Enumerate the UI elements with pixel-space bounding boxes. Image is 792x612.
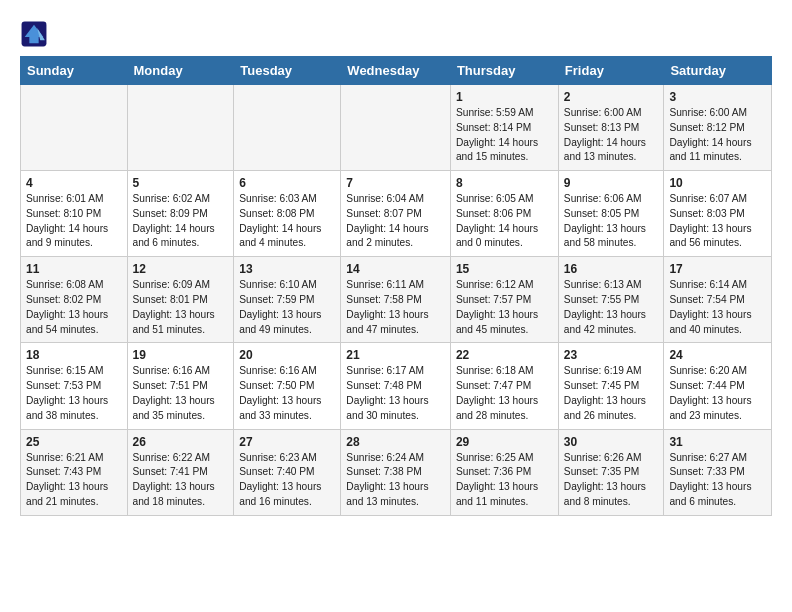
calendar-cell: 30Sunrise: 6:26 AM Sunset: 7:35 PM Dayli… bbox=[558, 429, 664, 515]
calendar-cell: 7Sunrise: 6:04 AM Sunset: 8:07 PM Daylig… bbox=[341, 171, 451, 257]
week-row-5: 25Sunrise: 6:21 AM Sunset: 7:43 PM Dayli… bbox=[21, 429, 772, 515]
calendar-cell: 21Sunrise: 6:17 AM Sunset: 7:48 PM Dayli… bbox=[341, 343, 451, 429]
calendar-cell: 5Sunrise: 6:02 AM Sunset: 8:09 PM Daylig… bbox=[127, 171, 234, 257]
week-row-3: 11Sunrise: 6:08 AM Sunset: 8:02 PM Dayli… bbox=[21, 257, 772, 343]
day-number: 18 bbox=[26, 348, 122, 362]
calendar-cell: 9Sunrise: 6:06 AM Sunset: 8:05 PM Daylig… bbox=[558, 171, 664, 257]
day-content: Sunrise: 6:17 AM Sunset: 7:48 PM Dayligh… bbox=[346, 364, 445, 423]
day-content: Sunrise: 6:12 AM Sunset: 7:57 PM Dayligh… bbox=[456, 278, 553, 337]
day-number: 5 bbox=[133, 176, 229, 190]
day-content: Sunrise: 6:19 AM Sunset: 7:45 PM Dayligh… bbox=[564, 364, 659, 423]
calendar-cell: 10Sunrise: 6:07 AM Sunset: 8:03 PM Dayli… bbox=[664, 171, 772, 257]
col-header-sunday: Sunday bbox=[21, 57, 128, 85]
day-number: 25 bbox=[26, 435, 122, 449]
calendar-cell: 1Sunrise: 5:59 AM Sunset: 8:14 PM Daylig… bbox=[450, 85, 558, 171]
calendar-cell: 19Sunrise: 6:16 AM Sunset: 7:51 PM Dayli… bbox=[127, 343, 234, 429]
day-content: Sunrise: 6:26 AM Sunset: 7:35 PM Dayligh… bbox=[564, 451, 659, 510]
calendar-cell: 17Sunrise: 6:14 AM Sunset: 7:54 PM Dayli… bbox=[664, 257, 772, 343]
col-header-monday: Monday bbox=[127, 57, 234, 85]
day-content: Sunrise: 6:16 AM Sunset: 7:50 PM Dayligh… bbox=[239, 364, 335, 423]
calendar-cell bbox=[341, 85, 451, 171]
calendar-cell: 27Sunrise: 6:23 AM Sunset: 7:40 PM Dayli… bbox=[234, 429, 341, 515]
day-number: 2 bbox=[564, 90, 659, 104]
calendar-table: SundayMondayTuesdayWednesdayThursdayFrid… bbox=[20, 56, 772, 516]
day-number: 8 bbox=[456, 176, 553, 190]
day-number: 1 bbox=[456, 90, 553, 104]
day-number: 29 bbox=[456, 435, 553, 449]
calendar-cell: 28Sunrise: 6:24 AM Sunset: 7:38 PM Dayli… bbox=[341, 429, 451, 515]
day-number: 14 bbox=[346, 262, 445, 276]
day-content: Sunrise: 6:13 AM Sunset: 7:55 PM Dayligh… bbox=[564, 278, 659, 337]
day-content: Sunrise: 6:23 AM Sunset: 7:40 PM Dayligh… bbox=[239, 451, 335, 510]
day-content: Sunrise: 6:25 AM Sunset: 7:36 PM Dayligh… bbox=[456, 451, 553, 510]
day-content: Sunrise: 6:18 AM Sunset: 7:47 PM Dayligh… bbox=[456, 364, 553, 423]
day-number: 12 bbox=[133, 262, 229, 276]
day-number: 17 bbox=[669, 262, 766, 276]
day-number: 4 bbox=[26, 176, 122, 190]
day-number: 23 bbox=[564, 348, 659, 362]
day-number: 7 bbox=[346, 176, 445, 190]
day-number: 26 bbox=[133, 435, 229, 449]
day-content: Sunrise: 6:21 AM Sunset: 7:43 PM Dayligh… bbox=[26, 451, 122, 510]
week-row-2: 4Sunrise: 6:01 AM Sunset: 8:10 PM Daylig… bbox=[21, 171, 772, 257]
week-row-4: 18Sunrise: 6:15 AM Sunset: 7:53 PM Dayli… bbox=[21, 343, 772, 429]
calendar-cell: 31Sunrise: 6:27 AM Sunset: 7:33 PM Dayli… bbox=[664, 429, 772, 515]
day-number: 9 bbox=[564, 176, 659, 190]
day-content: Sunrise: 6:15 AM Sunset: 7:53 PM Dayligh… bbox=[26, 364, 122, 423]
header bbox=[20, 16, 772, 48]
day-number: 30 bbox=[564, 435, 659, 449]
day-content: Sunrise: 6:00 AM Sunset: 8:13 PM Dayligh… bbox=[564, 106, 659, 165]
day-content: Sunrise: 6:14 AM Sunset: 7:54 PM Dayligh… bbox=[669, 278, 766, 337]
day-content: Sunrise: 6:27 AM Sunset: 7:33 PM Dayligh… bbox=[669, 451, 766, 510]
calendar-cell: 3Sunrise: 6:00 AM Sunset: 8:12 PM Daylig… bbox=[664, 85, 772, 171]
col-header-friday: Friday bbox=[558, 57, 664, 85]
general-blue-logo-icon bbox=[20, 20, 48, 48]
calendar-cell: 2Sunrise: 6:00 AM Sunset: 8:13 PM Daylig… bbox=[558, 85, 664, 171]
calendar-cell: 18Sunrise: 6:15 AM Sunset: 7:53 PM Dayli… bbox=[21, 343, 128, 429]
day-content: Sunrise: 6:16 AM Sunset: 7:51 PM Dayligh… bbox=[133, 364, 229, 423]
day-content: Sunrise: 6:07 AM Sunset: 8:03 PM Dayligh… bbox=[669, 192, 766, 251]
day-content: Sunrise: 6:20 AM Sunset: 7:44 PM Dayligh… bbox=[669, 364, 766, 423]
day-content: Sunrise: 6:06 AM Sunset: 8:05 PM Dayligh… bbox=[564, 192, 659, 251]
day-number: 28 bbox=[346, 435, 445, 449]
calendar-cell bbox=[21, 85, 128, 171]
calendar-cell: 29Sunrise: 6:25 AM Sunset: 7:36 PM Dayli… bbox=[450, 429, 558, 515]
calendar-cell: 23Sunrise: 6:19 AM Sunset: 7:45 PM Dayli… bbox=[558, 343, 664, 429]
day-number: 11 bbox=[26, 262, 122, 276]
day-number: 6 bbox=[239, 176, 335, 190]
calendar-header-row: SundayMondayTuesdayWednesdayThursdayFrid… bbox=[21, 57, 772, 85]
calendar-cell: 8Sunrise: 6:05 AM Sunset: 8:06 PM Daylig… bbox=[450, 171, 558, 257]
col-header-wednesday: Wednesday bbox=[341, 57, 451, 85]
day-content: Sunrise: 6:02 AM Sunset: 8:09 PM Dayligh… bbox=[133, 192, 229, 251]
day-content: Sunrise: 6:11 AM Sunset: 7:58 PM Dayligh… bbox=[346, 278, 445, 337]
day-content: Sunrise: 6:24 AM Sunset: 7:38 PM Dayligh… bbox=[346, 451, 445, 510]
calendar-cell: 12Sunrise: 6:09 AM Sunset: 8:01 PM Dayli… bbox=[127, 257, 234, 343]
week-row-1: 1Sunrise: 5:59 AM Sunset: 8:14 PM Daylig… bbox=[21, 85, 772, 171]
day-content: Sunrise: 6:05 AM Sunset: 8:06 PM Dayligh… bbox=[456, 192, 553, 251]
day-number: 13 bbox=[239, 262, 335, 276]
day-number: 24 bbox=[669, 348, 766, 362]
day-content: Sunrise: 6:10 AM Sunset: 7:59 PM Dayligh… bbox=[239, 278, 335, 337]
calendar-cell: 14Sunrise: 6:11 AM Sunset: 7:58 PM Dayli… bbox=[341, 257, 451, 343]
calendar-cell: 26Sunrise: 6:22 AM Sunset: 7:41 PM Dayli… bbox=[127, 429, 234, 515]
col-header-tuesday: Tuesday bbox=[234, 57, 341, 85]
col-header-saturday: Saturday bbox=[664, 57, 772, 85]
day-number: 15 bbox=[456, 262, 553, 276]
day-number: 27 bbox=[239, 435, 335, 449]
day-number: 3 bbox=[669, 90, 766, 104]
day-content: Sunrise: 6:01 AM Sunset: 8:10 PM Dayligh… bbox=[26, 192, 122, 251]
day-number: 19 bbox=[133, 348, 229, 362]
logo bbox=[20, 20, 52, 48]
col-header-thursday: Thursday bbox=[450, 57, 558, 85]
calendar-cell: 20Sunrise: 6:16 AM Sunset: 7:50 PM Dayli… bbox=[234, 343, 341, 429]
day-content: Sunrise: 6:09 AM Sunset: 8:01 PM Dayligh… bbox=[133, 278, 229, 337]
calendar-cell: 6Sunrise: 6:03 AM Sunset: 8:08 PM Daylig… bbox=[234, 171, 341, 257]
day-number: 21 bbox=[346, 348, 445, 362]
day-number: 20 bbox=[239, 348, 335, 362]
calendar-cell: 15Sunrise: 6:12 AM Sunset: 7:57 PM Dayli… bbox=[450, 257, 558, 343]
calendar-cell: 11Sunrise: 6:08 AM Sunset: 8:02 PM Dayli… bbox=[21, 257, 128, 343]
calendar-cell: 22Sunrise: 6:18 AM Sunset: 7:47 PM Dayli… bbox=[450, 343, 558, 429]
day-number: 16 bbox=[564, 262, 659, 276]
day-content: Sunrise: 6:00 AM Sunset: 8:12 PM Dayligh… bbox=[669, 106, 766, 165]
calendar-cell: 16Sunrise: 6:13 AM Sunset: 7:55 PM Dayli… bbox=[558, 257, 664, 343]
